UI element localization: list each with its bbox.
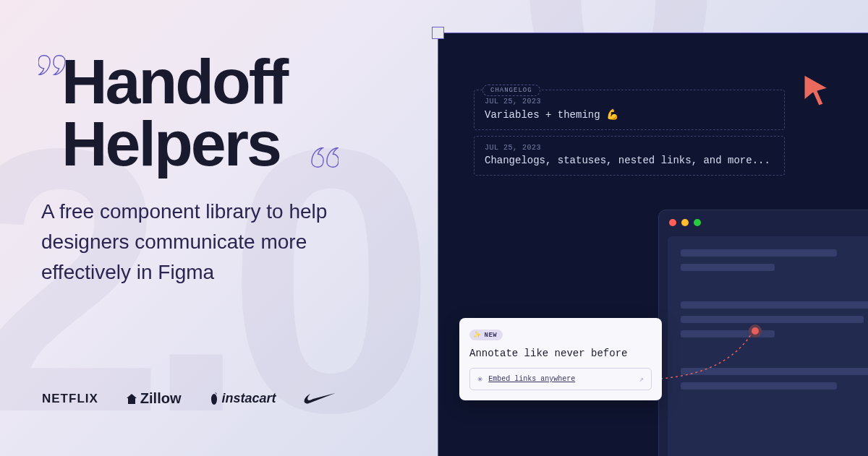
placeholder-line <box>681 301 868 309</box>
asterisk-icon: ✳ <box>477 374 482 384</box>
brand-instacart: instacart <box>209 391 276 406</box>
browser-content <box>668 236 868 456</box>
brand-zillow: Zillow <box>126 390 182 407</box>
changelog-tag: CHANGELOG <box>482 85 540 96</box>
changelog-entry: JUL 25, 2023 Changelogs, statuses, neste… <box>474 136 785 176</box>
selection-border-top <box>444 33 868 33</box>
hero-subtitle: A free component library to help designe… <box>41 197 374 288</box>
selection-handle-icon <box>432 27 444 39</box>
changelog-block: CHANGELOG JUL 25, 2023 Variables + themi… <box>474 82 785 176</box>
placeholder-line <box>681 249 837 257</box>
changelog-text: Changelogs, statuses, nested links, and … <box>485 155 774 166</box>
selection-border-left <box>438 39 438 456</box>
minimize-dot-icon <box>681 219 689 226</box>
brand-row: NETFLIX Zillow instacart <box>42 390 336 407</box>
placeholder-line <box>681 382 837 390</box>
cursor-icon <box>801 72 830 108</box>
annotate-title: Annotate like never before <box>469 348 652 359</box>
hero-title-line2: Helpers <box>61 108 280 179</box>
sparkle-icon: ✨ <box>473 331 482 339</box>
browser-mockup <box>658 210 868 456</box>
close-quote-icon <box>311 136 339 176</box>
embed-link-pill[interactable]: ✳ Embed links anywhere ↗ <box>469 368 652 390</box>
annotate-card: ✨ NEW Annotate like never before ✳ Embed… <box>459 318 662 400</box>
placeholder-line <box>681 264 775 271</box>
open-quote-icon <box>38 43 66 83</box>
hero-section: Handoff Helpers A free component library… <box>40 43 401 288</box>
brand-instacart-label: instacart <box>222 391 276 406</box>
placeholder-line <box>681 316 864 323</box>
changelog-date: JUL 25, 2023 <box>485 98 774 106</box>
brand-nike <box>304 392 336 405</box>
annotation-pin-icon <box>749 324 762 337</box>
hero-title-line1: Handoff <box>61 46 286 117</box>
hero-title: Handoff Helpers <box>61 51 401 175</box>
placeholder-line <box>681 368 868 375</box>
close-dot-icon <box>669 219 676 226</box>
zoom-dot-icon <box>694 219 701 226</box>
brand-netflix: NETFLIX <box>42 392 98 406</box>
brand-zillow-label: Zillow <box>140 390 182 407</box>
changelog-date: JUL 25, 2023 <box>485 144 774 152</box>
embed-link-label: Embed links anywhere <box>488 375 575 383</box>
new-badge: ✨ NEW <box>469 330 503 340</box>
external-link-icon: ↗ <box>639 374 644 384</box>
changelog-text: Variables + theming 💪 <box>485 108 774 121</box>
new-badge-label: NEW <box>485 332 498 339</box>
traffic-lights <box>669 219 701 226</box>
